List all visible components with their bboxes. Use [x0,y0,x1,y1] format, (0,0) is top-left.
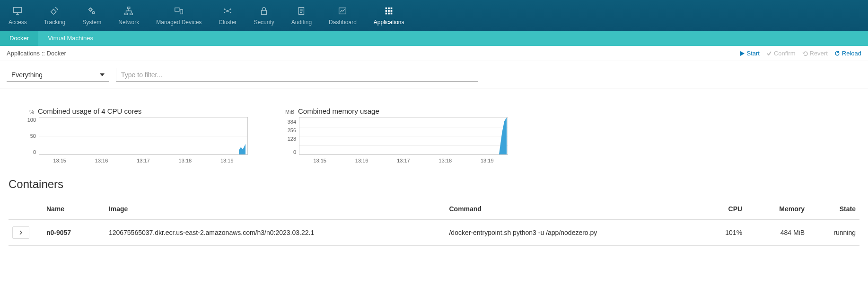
nav-label: Tracking [44,19,66,26]
monitor-icon [12,6,23,16]
containers-table: Name Image Command CPU Memory State n0-9… [9,200,859,246]
svg-rect-18 [386,10,387,12]
col-memory-header[interactable]: Memory [746,200,808,220]
undo-icon [802,51,808,56]
ytick: 128 [281,136,296,142]
nav-applications[interactable]: Applications [365,4,413,31]
cpu-chart: % Combined usage of 4 CPU cores 100 50 0… [21,107,248,163]
xtick: 13:16 [95,158,108,163]
chevron-down-icon [100,73,105,76]
ytick: 100 [21,117,36,123]
xtick: 13:15 [53,158,66,163]
cell-image: 120675565037.dkr.ecr.us-east-2.amazonaws… [105,220,446,246]
revert-button[interactable]: Revert [802,50,828,57]
nav-label: Applications [374,19,404,26]
nav-label: Dashboard [329,19,357,26]
cell-name: n0-9057 [43,220,105,246]
start-button[interactable]: Start [739,50,760,57]
nav-label: Managed Devices [156,19,202,26]
memory-chart: MiB Combined memory usage 384 256 128 0 … [281,107,508,163]
nav-tracking[interactable]: Tracking [35,4,74,31]
nav-cluster[interactable]: Cluster [210,4,245,31]
devices-icon [174,6,184,16]
action-label: Confirm [774,50,796,57]
xtick: 13:19 [481,158,494,163]
svg-rect-5 [175,8,179,11]
chevron-right-icon [18,230,23,235]
apps-grid-icon [384,6,394,16]
tab-virtual-machines[interactable]: Virtual Machines [38,31,103,46]
xtick: 13:15 [313,158,326,163]
svg-rect-21 [386,13,387,15]
expand-row-button[interactable] [12,226,29,239]
reload-button[interactable]: Reload [834,50,861,57]
nav-security[interactable]: Security [245,4,282,31]
cell-cpu: 101% [706,220,746,246]
network-icon [123,6,134,16]
nav-access[interactable]: Access [0,4,35,31]
nav-label: Security [254,19,274,26]
svg-rect-3 [125,13,128,15]
nav-auditing[interactable]: Auditing [283,4,320,31]
ytick: 50 [21,133,36,139]
filter-scope-select[interactable]: Everything [7,68,109,82]
filter-input[interactable] [116,68,478,82]
charts-row: % Combined usage of 4 CPU cores 100 50 0… [0,89,868,168]
svg-rect-16 [388,8,390,9]
gears-icon [87,6,97,16]
action-label: Start [747,50,760,57]
chart-series-cpu [239,144,245,154]
nav-label: System [82,19,101,26]
nav-managed-devices[interactable]: Managed Devices [148,4,210,31]
xtick: 13:18 [179,158,192,163]
col-command-header[interactable]: Command [445,200,706,220]
chart-unit: MiB [281,109,294,115]
chart-xaxis: 13:15 13:16 13:17 13:18 13:19 [39,155,248,163]
svg-rect-15 [386,8,387,9]
svg-rect-2 [128,7,131,9]
nav-network[interactable]: Network [110,4,148,31]
top-navigation: Access Tracking System Network Managed D… [0,0,868,31]
breadcrumb-bar: Applications :: Docker Start Confirm Rev… [0,46,868,61]
clipboard-icon [296,6,307,16]
ytick: 256 [281,127,296,133]
chart-xaxis: 13:15 13:16 13:17 13:18 13:19 [299,155,508,163]
nav-label: Access [9,19,27,26]
col-image-header[interactable]: Image [105,200,446,220]
chart-title: Combined usage of 4 CPU cores [38,107,141,115]
play-icon [739,51,745,56]
nav-system[interactable]: System [74,4,110,31]
lock-icon [259,6,269,16]
svg-rect-19 [388,10,390,12]
nav-dashboard[interactable]: Dashboard [320,4,365,31]
col-cpu-header[interactable]: CPU [706,200,746,220]
col-state-header[interactable]: State [808,200,859,220]
svg-rect-22 [388,13,390,15]
xtick: 13:17 [137,158,150,163]
col-name-header[interactable]: Name [43,200,105,220]
xtick: 13:18 [439,158,452,163]
containers-section: Containers Name Image Command CPU Memory… [0,168,868,255]
confirm-button[interactable]: Confirm [766,50,796,57]
satellite-icon [49,6,60,16]
table-row[interactable]: n0-9057 120675565037.dkr.ecr.us-east-2.a… [9,220,859,246]
chart-plot [39,117,248,155]
cell-state: running [808,220,859,246]
breadcrumb: Applications :: Docker [7,50,66,57]
ytick: 384 [281,119,296,125]
containers-title: Containers [9,178,859,191]
chart-yaxis: 384 256 128 0 [281,117,299,155]
nav-label: Cluster [219,19,237,26]
svg-rect-6 [180,9,183,14]
chart-yaxis: 100 50 0 [21,117,39,155]
check-icon [766,51,772,56]
tab-docker[interactable]: Docker [0,31,38,46]
xtick: 13:17 [397,158,410,163]
xtick: 13:16 [355,158,368,163]
dashboard-icon [337,6,348,16]
svg-rect-17 [391,8,393,9]
page-actions: Start Confirm Revert Reload [739,50,861,57]
svg-rect-23 [391,13,393,15]
cell-memory: 484 MiB [746,220,808,246]
cluster-icon [222,6,233,16]
